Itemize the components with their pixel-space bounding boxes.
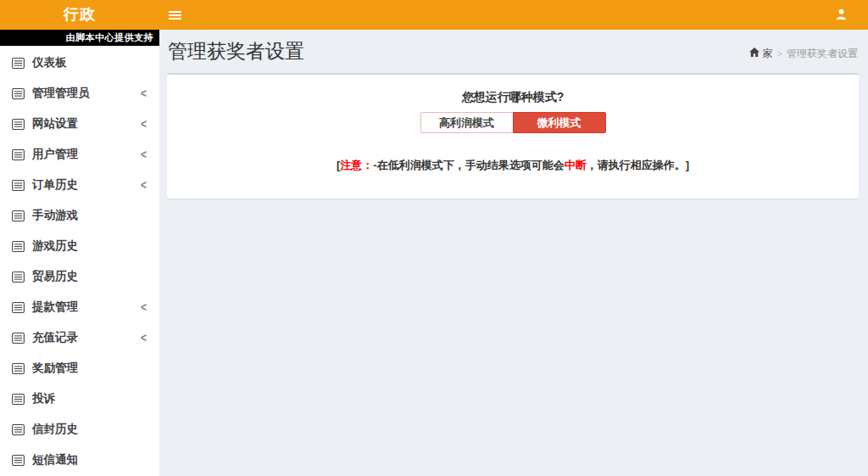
top-navbar: 行政	[0, 0, 868, 30]
list-alt-icon	[12, 119, 25, 130]
sidebar-item[interactable]: 手动游戏	[0, 200, 159, 231]
sidebar-item-label: 管理管理员	[32, 86, 141, 101]
sidebar-item-label: 奖励管理	[32, 361, 147, 376]
sidebar-item-label: 贸易历史	[32, 269, 147, 284]
sidebar-item-label: 网站设置	[32, 116, 141, 132]
low-profit-mode-button[interactable]: 微利模式	[513, 112, 606, 133]
notice-highlight: 中断	[565, 159, 587, 171]
sidebar-item[interactable]: 信封历史	[0, 414, 159, 445]
sidebar-item-label: 提款管理	[32, 300, 141, 315]
breadcrumb-home-link[interactable]: 家	[749, 47, 773, 61]
breadcrumb: 家 > 管理获奖者设置	[749, 47, 858, 61]
sidebar-item[interactable]: 用户管理<	[0, 139, 159, 170]
sidebar-item[interactable]: 仪表板	[0, 48, 159, 78]
sidebar-menu: 仪表板管理管理员<网站设置<用户管理<订单历史<手动游戏游戏历史贸易历史提款管理…	[0, 46, 159, 475]
sidebar-item-label: 游戏历史	[32, 238, 147, 254]
sidebar-item-label: 信封历史	[32, 422, 147, 437]
list-alt-icon	[12, 424, 25, 435]
notice-warn-label: 注意：	[340, 159, 373, 171]
angle-left-icon: <	[141, 300, 147, 315]
sidebar-item-label: 充值记录	[32, 330, 141, 345]
sidebar-item-label: 仪表板	[32, 55, 147, 70]
breadcrumb-current: 管理获奖者设置	[787, 47, 858, 61]
sidebar-item-label: 订单历史	[32, 177, 141, 193]
sidebar-item-label: 短信通知	[32, 452, 147, 468]
list-alt-icon	[12, 241, 25, 252]
sidebar-item[interactable]: 游戏历史	[0, 231, 159, 261]
mode-button-group: 高利润模式 微利模式	[420, 112, 606, 133]
angle-left-icon: <	[141, 117, 147, 132]
list-alt-icon	[12, 88, 25, 99]
page-title: 管理获奖者设置	[168, 38, 304, 64]
app-window: 行政 由脚本中心提供支持 仪表板管理管理员<网站设置<用户管理<订单历史<手动游…	[0, 0, 868, 476]
sidebar-item[interactable]: 提款管理<	[0, 292, 159, 322]
list-alt-icon	[12, 394, 25, 405]
breadcrumb-home-label: 家	[763, 47, 773, 61]
angle-left-icon: <	[141, 87, 147, 101]
mode-settings-card: 您想运行哪种模式? 高利润模式 微利模式 [注意：-在低利润模式下，手动结果选项…	[167, 73, 859, 199]
sidebar-item[interactable]: 短信通知	[0, 445, 159, 475]
brand-logo[interactable]: 行政	[0, 0, 159, 30]
angle-left-icon: <	[141, 331, 147, 345]
sidebar-item[interactable]: 网站设置<	[0, 109, 159, 139]
hamburger-icon[interactable]	[169, 0, 192, 30]
list-alt-icon	[12, 180, 25, 191]
list-alt-icon	[12, 272, 25, 283]
sidebar: 由脚本中心提供支持 仪表板管理管理员<网站设置<用户管理<订单历史<手动游戏游戏…	[0, 30, 159, 476]
sidebar-item[interactable]: 投诉	[0, 384, 159, 414]
angle-left-icon: <	[141, 148, 147, 162]
sidebar-item[interactable]: 订单历史<	[0, 170, 159, 200]
sidebar-item[interactable]: 贸易历史	[0, 261, 159, 292]
list-alt-icon	[12, 363, 25, 374]
user-menu-button[interactable]	[824, 0, 858, 30]
sidebar-item[interactable]: 充值记录<	[0, 322, 159, 353]
list-alt-icon	[12, 333, 25, 344]
sidebar-item[interactable]: 奖励管理	[0, 353, 159, 384]
main-content: 管理获奖者设置 家 > 管理获奖者设置 您想运行哪种模式? 高利润模式	[159, 30, 868, 476]
breadcrumb-separator: >	[777, 48, 782, 59]
list-alt-icon	[12, 149, 25, 160]
notice-text: [注意：-在低利润模式下，手动结果选项可能会中断，请执行相应操作。]	[180, 158, 846, 173]
sidebar-item[interactable]: 管理管理员<	[0, 78, 159, 109]
user-icon	[836, 8, 847, 23]
list-alt-icon	[12, 302, 25, 313]
sidebar-item-label: 用户管理	[32, 147, 141, 162]
support-note: 由脚本中心提供支持	[0, 30, 159, 46]
list-alt-icon	[12, 455, 25, 466]
list-alt-icon	[12, 210, 25, 221]
angle-left-icon: <	[141, 178, 147, 193]
mode-question: 您想运行哪种模式?	[180, 90, 846, 105]
home-icon	[749, 48, 760, 59]
list-alt-icon	[12, 58, 25, 69]
high-profit-mode-button[interactable]: 高利润模式	[420, 112, 514, 133]
sidebar-item-label: 投诉	[32, 391, 147, 406]
content-header: 管理获奖者设置 家 > 管理获奖者设置	[167, 38, 859, 64]
sidebar-item-label: 手动游戏	[32, 208, 147, 223]
